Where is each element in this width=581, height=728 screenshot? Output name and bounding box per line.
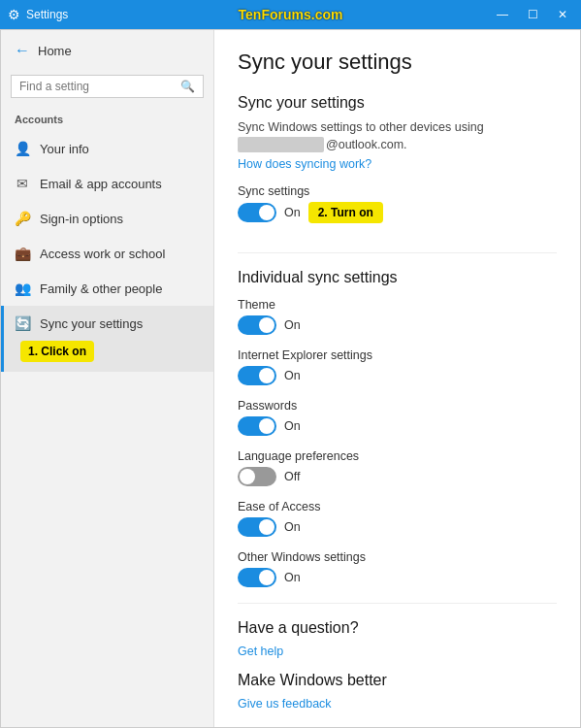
setting-ie: Internet Explorer settings On <box>238 348 557 385</box>
sidebar-item-email-label: Email & app accounts <box>40 177 162 191</box>
toggle-thumb <box>259 368 274 383</box>
email-suffix: @outlook.com. <box>326 138 407 151</box>
sync-toggle-label: Sync settings <box>238 184 557 198</box>
titlebar-title: Settings <box>26 8 68 21</box>
ie-label: Internet Explorer settings <box>238 348 557 362</box>
ease-toggle[interactable] <box>238 517 276 537</box>
toggle-thumb <box>240 469 255 484</box>
help-section-title: Have a question? <box>238 619 557 637</box>
search-input[interactable] <box>19 80 180 93</box>
search-icon: 🔍 <box>180 80 195 93</box>
passwords-label: Passwords <box>238 399 557 413</box>
back-arrow-icon: ← <box>15 42 30 59</box>
language-label: Language preferences <box>238 449 557 463</box>
sync-toggle[interactable] <box>238 203 276 222</box>
app-container: ← Home 🔍 Accounts 👤 Your info ✉ Email & … <box>0 29 581 728</box>
theme-toggle-row: On <box>238 315 557 335</box>
language-state: Off <box>284 470 300 483</box>
give-feedback-link[interactable]: Give us feedback <box>238 697 557 711</box>
family-icon: 👥 <box>15 281 30 296</box>
sidebar-callout: 1. Click on <box>20 341 94 362</box>
ease-label: Ease of Access <box>238 500 557 513</box>
work-school-icon: 💼 <box>15 246 30 261</box>
window-controls: — ☐ ✕ <box>491 6 573 23</box>
other-windows-toggle-row: On <box>238 568 557 587</box>
maximize-button[interactable]: ☐ <box>522 6 544 23</box>
ease-state: On <box>284 520 301 534</box>
ie-toggle[interactable] <box>238 366 276 385</box>
sidebar-item-email-accounts[interactable]: ✉ Email & app accounts <box>1 166 213 201</box>
setting-passwords: Passwords On <box>238 399 557 436</box>
toggle-thumb <box>259 205 274 220</box>
setting-theme: Theme On <box>238 298 557 335</box>
other-windows-toggle[interactable] <box>238 568 276 587</box>
sync-toggle-state: On <box>284 206 301 219</box>
sidebar-section-label: Accounts <box>1 110 213 131</box>
sync-section-title: Sync your settings <box>238 94 557 112</box>
ie-state: On <box>284 369 301 382</box>
toggle-thumb <box>259 418 274 434</box>
sidebar-item-sync-label: Sync your settings <box>40 316 143 331</box>
passwords-state: On <box>284 419 301 433</box>
toggle-thumb <box>259 570 274 585</box>
sidebar-item-family-label: Family & other people <box>40 281 162 296</box>
passwords-toggle-row: On <box>238 416 557 436</box>
minimize-button[interactable]: — <box>491 6 514 23</box>
your-info-icon: 👤 <box>15 141 30 156</box>
divider1 <box>238 603 557 604</box>
watermark: TenForums.com <box>239 7 343 22</box>
sync-description: Sync Windows settings to other devices u… <box>238 119 557 153</box>
ie-toggle-row: On <box>238 366 557 385</box>
sidebar-item-sign-in-label: Sign-in options <box>40 212 123 226</box>
language-toggle-row: Off <box>238 467 557 486</box>
email-icon: ✉ <box>15 176 30 191</box>
sidebar-item-work-label: Access work or school <box>40 247 165 261</box>
sidebar-item-sign-in[interactable]: 🔑 Sign-in options <box>1 201 213 236</box>
theme-toggle[interactable] <box>238 315 276 335</box>
sync-icon: 🔄 <box>15 315 30 331</box>
sync-toggle-group: Sync settings On 2. Turn on <box>238 184 557 237</box>
other-windows-label: Other Windows settings <box>238 550 557 564</box>
email-blurred: ██████████ <box>238 137 324 153</box>
language-toggle[interactable] <box>238 467 276 486</box>
toggle-thumb <box>259 317 274 333</box>
page-title: Sync your settings <box>238 50 557 75</box>
feedback-section-title: Make Windows better <box>238 672 557 689</box>
setting-other-windows: Other Windows settings On <box>238 550 557 587</box>
sidebar-home-label: Home <box>38 44 72 58</box>
main-content: Sync your settings Sync your settings Sy… <box>214 30 580 727</box>
theme-label: Theme <box>238 298 557 312</box>
sync-toggle-row: On 2. Turn on <box>238 202 557 223</box>
sidebar-item-work-school[interactable]: 💼 Access work or school <box>1 236 213 271</box>
settings-icon: ⚙ <box>8 7 20 22</box>
close-button[interactable]: ✕ <box>552 6 573 23</box>
theme-state: On <box>284 318 301 332</box>
titlebar: ⚙ Settings TenForums.com — ☐ ✕ <box>0 0 581 29</box>
sidebar-item-your-info-label: Your info <box>40 142 89 156</box>
sidebar-back-home[interactable]: ← Home <box>1 30 213 71</box>
sidebar-item-sync[interactable]: 🔄 Sync your settings 1. Click on <box>1 306 213 372</box>
sidebar-item-family[interactable]: 👥 Family & other people <box>1 271 213 306</box>
passwords-toggle[interactable] <box>238 416 276 436</box>
how-syncing-works-link[interactable]: How does syncing work? <box>238 157 557 171</box>
turn-on-callout: 2. Turn on <box>308 202 383 223</box>
sidebar: ← Home 🔍 Accounts 👤 Your info ✉ Email & … <box>1 30 214 727</box>
setting-language: Language preferences Off <box>238 449 557 486</box>
individual-section-title: Individual sync settings <box>238 252 557 286</box>
other-windows-state: On <box>284 571 301 584</box>
sidebar-item-your-info[interactable]: 👤 Your info <box>1 131 213 166</box>
sign-in-icon: 🔑 <box>15 211 30 226</box>
ease-toggle-row: On <box>238 517 557 537</box>
search-container: 🔍 <box>11 75 204 98</box>
get-help-link[interactable]: Get help <box>238 645 557 658</box>
toggle-thumb <box>259 519 274 535</box>
setting-ease-of-access: Ease of Access On <box>238 500 557 537</box>
